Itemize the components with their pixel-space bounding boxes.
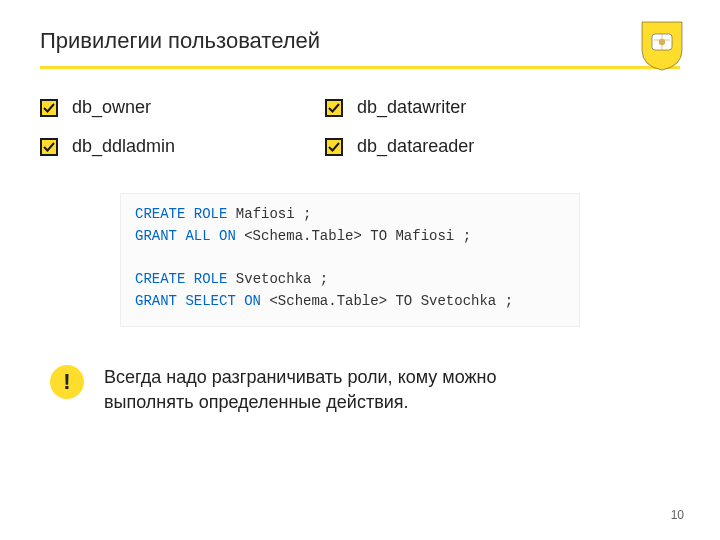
- role-item: db_owner: [40, 97, 175, 118]
- roles-col-left: db_owner db_ddladmin: [40, 97, 175, 157]
- role-label: db_datareader: [357, 136, 474, 157]
- role-item: db_ddladmin: [40, 136, 175, 157]
- title-divider: [40, 66, 680, 69]
- roles-grid: db_owner db_ddladmin db_datawriter db_da…: [40, 97, 680, 157]
- code-keyword: CREATE ROLE: [135, 206, 236, 222]
- code-text: Svetochka ;: [236, 271, 328, 287]
- role-label: db_ddladmin: [72, 136, 175, 157]
- check-icon: [325, 99, 343, 117]
- svg-point-1: [659, 39, 665, 45]
- roles-col-right: db_datawriter db_datareader: [325, 97, 474, 157]
- role-item: db_datawriter: [325, 97, 474, 118]
- check-icon: [40, 99, 58, 117]
- code-block: CREATE ROLE Mafiosi ; GRANT ALL ON <Sche…: [120, 193, 580, 327]
- page-number: 10: [671, 508, 684, 522]
- role-label: db_datawriter: [357, 97, 466, 118]
- code-keyword: CREATE ROLE: [135, 271, 236, 287]
- code-text: <Schema.Table> TO Mafiosi ;: [244, 228, 471, 244]
- note-block: ! Всегда надо разграничивать роли, кому …: [50, 365, 680, 414]
- code-text: <Schema.Table> TO Svetochka ;: [269, 293, 513, 309]
- code-keyword: GRANT ALL ON: [135, 228, 244, 244]
- code-text: Mafiosi ;: [236, 206, 312, 222]
- note-text: Всегда надо разграничивать роли, кому мо…: [104, 365, 534, 414]
- code-keyword: GRANT SELECT ON: [135, 293, 269, 309]
- tinkoff-logo: [640, 20, 684, 72]
- role-label: db_owner: [72, 97, 151, 118]
- role-item: db_datareader: [325, 136, 474, 157]
- check-icon: [325, 138, 343, 156]
- check-icon: [40, 138, 58, 156]
- slide-title: Привилегии пользователей: [40, 28, 680, 54]
- alert-icon: !: [50, 365, 84, 399]
